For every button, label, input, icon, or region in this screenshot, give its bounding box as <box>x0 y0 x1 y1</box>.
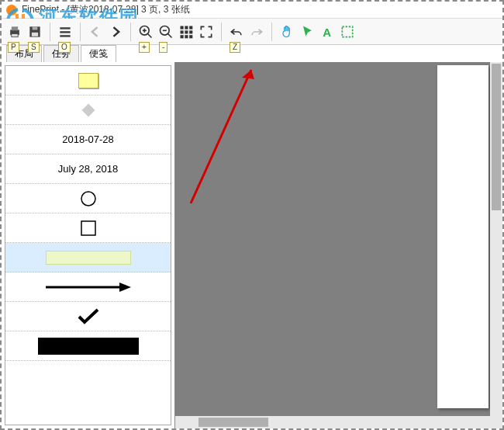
svg-rect-24 <box>189 30 192 33</box>
stamp-diamond[interactable] <box>5 95 171 125</box>
fullscreen-button[interactable] <box>196 22 216 42</box>
scrollbar-thumb[interactable] <box>198 418 268 427</box>
stamp-arrow[interactable] <box>5 272 171 302</box>
toolbar: P S O + - Z A <box>2 19 502 45</box>
svg-point-31 <box>81 192 95 206</box>
svg-rect-5 <box>12 33 18 36</box>
sticky-note-icon <box>78 73 98 88</box>
toolbar-separator <box>130 23 131 41</box>
svg-text:A: A <box>323 25 331 38</box>
svg-rect-4 <box>12 26 18 30</box>
toolbar-separator <box>271 23 272 41</box>
svg-rect-27 <box>189 35 192 38</box>
stamp-circle[interactable] <box>5 184 171 213</box>
undo-button[interactable]: Z <box>226 22 247 42</box>
svg-rect-29 <box>342 26 352 36</box>
stamps-panel: 2018-07-28 July 28, 2018 <box>5 65 171 425</box>
zoom-out-button[interactable]: - <box>156 22 176 42</box>
svg-rect-21 <box>189 26 192 29</box>
svg-line-17 <box>168 33 172 37</box>
preview-canvas[interactable] <box>174 62 502 428</box>
svg-rect-9 <box>60 27 70 29</box>
square-icon <box>80 220 97 237</box>
svg-rect-23 <box>185 30 188 33</box>
redo-button[interactable] <box>247 22 267 42</box>
text-tool-button[interactable]: A <box>317 22 337 42</box>
stamp-date-long[interactable]: July 28, 2018 <box>5 154 171 184</box>
date-iso-label: 2018-07-28 <box>62 134 114 145</box>
annotation-arrow <box>167 56 276 211</box>
hand-tool-button[interactable] <box>277 22 297 42</box>
svg-marker-36 <box>242 70 254 79</box>
svg-rect-22 <box>181 30 184 33</box>
svg-line-13 <box>148 33 152 37</box>
arrow-icon <box>42 279 135 295</box>
hint-z: Z <box>230 42 240 53</box>
svg-rect-30 <box>81 103 95 116</box>
highlighter-icon <box>46 251 131 265</box>
app-icon <box>6 5 17 16</box>
pointer-tool-button[interactable] <box>297 22 317 42</box>
svg-rect-32 <box>81 221 95 235</box>
page-preview[interactable] <box>437 65 488 408</box>
svg-rect-20 <box>185 26 188 29</box>
horizontal-scrollbar[interactable] <box>175 416 502 428</box>
thumbnails-button[interactable] <box>176 22 196 42</box>
hint-p: P <box>8 42 19 53</box>
stamp-square[interactable] <box>5 213 171 243</box>
window-title: FinePrint - [黄波2018-07-28] 3 页, 3 张纸 <box>22 3 190 16</box>
svg-rect-25 <box>181 35 184 38</box>
hint-o: O <box>58 42 71 53</box>
svg-rect-19 <box>181 26 184 29</box>
options-button[interactable]: O <box>55 22 75 42</box>
stamp-checkmark[interactable] <box>5 302 171 331</box>
save-button[interactable]: S <box>25 22 45 42</box>
svg-marker-34 <box>119 283 131 292</box>
print-button[interactable]: P <box>5 22 25 42</box>
toolbar-separator <box>50 23 50 41</box>
stamp-highlighter[interactable] <box>5 243 171 272</box>
diamond-icon <box>81 103 95 117</box>
hint-plus: + <box>139 42 150 53</box>
sidebar-tabs: 布局 任务 便笺 <box>2 45 502 62</box>
hint-minus: - <box>159 42 167 53</box>
svg-rect-26 <box>185 35 188 38</box>
toolbar-separator <box>80 23 81 41</box>
svg-rect-7 <box>33 26 38 29</box>
content-area: 2018-07-28 July 28, 2018 <box>2 62 502 428</box>
date-long-label: July 28, 2018 <box>58 163 118 175</box>
circle-icon <box>80 190 97 207</box>
svg-rect-10 <box>60 31 70 33</box>
nav-forward-button[interactable] <box>105 22 126 42</box>
vertical-scrollbar[interactable] <box>490 62 502 428</box>
redaction-icon <box>38 338 139 355</box>
scrollbar-thumb[interactable] <box>492 64 501 210</box>
stamp-sticky-note[interactable] <box>5 66 171 95</box>
stamp-redaction[interactable] <box>5 331 171 361</box>
toolbar-separator <box>221 23 222 41</box>
tab-notes[interactable]: 便笺 <box>81 45 116 62</box>
select-tool-button[interactable] <box>337 22 357 42</box>
stamp-date-iso[interactable]: 2018-07-28 <box>5 125 171 154</box>
svg-line-35 <box>191 70 251 203</box>
nav-back-button[interactable] <box>85 22 105 42</box>
svg-rect-8 <box>32 32 38 36</box>
checkmark-icon <box>77 307 100 326</box>
zoom-in-button[interactable]: + <box>136 22 156 42</box>
titlebar: FinePrint - [黄波2018-07-28] 3 页, 3 张纸 <box>2 2 502 19</box>
svg-rect-11 <box>60 35 70 36</box>
hint-s: S <box>28 42 40 53</box>
